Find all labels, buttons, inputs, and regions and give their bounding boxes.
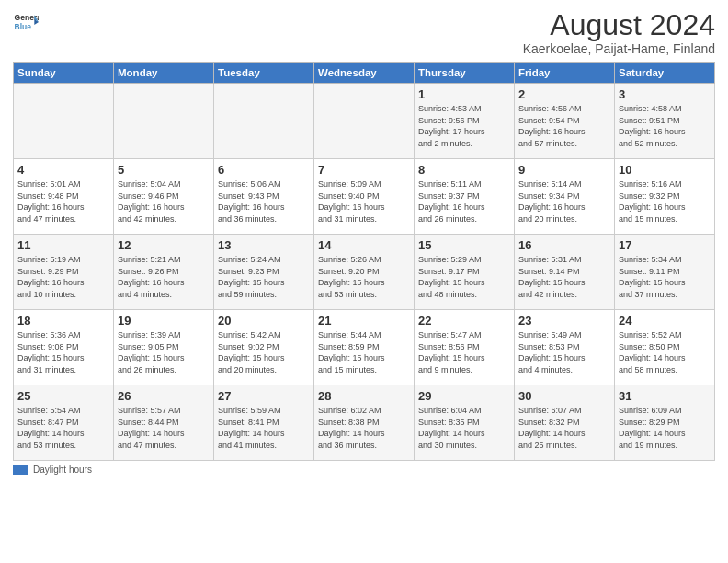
day-info: Sunrise: 5:44 AM Sunset: 8:59 PM Dayligh… [318,329,410,375]
day-info: Sunrise: 5:57 AM Sunset: 8:44 PM Dayligh… [118,405,210,451]
day-number: 16 [518,238,610,252]
day-number: 6 [218,163,310,177]
calendar-cell: 27Sunrise: 5:59 AM Sunset: 8:41 PM Dayli… [214,385,314,461]
calendar-header-wednesday: Wednesday [314,63,415,84]
day-info: Sunrise: 5:31 AM Sunset: 9:14 PM Dayligh… [518,254,610,300]
calendar-cell [114,84,214,159]
logo-icon: General Blue [13,9,39,35]
day-number: 21 [318,314,410,327]
day-number: 27 [218,389,310,403]
day-info: Sunrise: 5:42 AM Sunset: 9:02 PM Dayligh… [218,329,310,375]
day-info: Sunrise: 5:21 AM Sunset: 9:26 PM Dayligh… [118,254,210,300]
calendar-cell: 4Sunrise: 5:01 AM Sunset: 9:48 PM Daylig… [14,159,114,235]
day-info: Sunrise: 5:26 AM Sunset: 9:20 PM Dayligh… [318,254,410,300]
day-number: 2 [518,87,610,101]
day-info: Sunrise: 5:39 AM Sunset: 9:05 PM Dayligh… [118,329,210,375]
day-info: Sunrise: 4:53 AM Sunset: 9:56 PM Dayligh… [418,103,510,149]
day-number: 11 [17,238,109,252]
day-number: 29 [418,389,510,403]
day-number: 28 [318,389,410,403]
day-info: Sunrise: 5:16 AM Sunset: 9:32 PM Dayligh… [619,178,711,224]
calendar-cell: 13Sunrise: 5:24 AM Sunset: 9:23 PM Dayli… [214,235,314,310]
page-subtitle: Kaerkoelae, Paijat-Hame, Finland [523,41,715,56]
legend-label: Daylight hours [33,465,92,475]
day-number: 3 [619,87,711,101]
day-info: Sunrise: 4:58 AM Sunset: 9:51 PM Dayligh… [619,103,711,149]
day-number: 24 [619,314,711,327]
calendar-header-monday: Monday [114,63,214,84]
calendar-week-3: 11Sunrise: 5:19 AM Sunset: 9:29 PM Dayli… [14,235,715,310]
day-info: Sunrise: 5:06 AM Sunset: 9:43 PM Dayligh… [218,178,310,224]
day-number: 5 [118,163,210,177]
day-info: Sunrise: 4:56 AM Sunset: 9:54 PM Dayligh… [518,103,610,149]
page-title: August 2024 [523,9,715,41]
day-info: Sunrise: 5:47 AM Sunset: 8:56 PM Dayligh… [418,329,510,375]
calendar-cell: 14Sunrise: 5:26 AM Sunset: 9:20 PM Dayli… [314,235,415,310]
calendar-cell: 16Sunrise: 5:31 AM Sunset: 9:14 PM Dayli… [515,235,615,310]
calendar-cell [14,84,114,159]
day-number: 25 [17,389,109,403]
calendar-cell: 20Sunrise: 5:42 AM Sunset: 9:02 PM Dayli… [214,310,314,385]
day-info: Sunrise: 6:02 AM Sunset: 8:38 PM Dayligh… [318,405,410,451]
calendar-header-tuesday: Tuesday [214,63,314,84]
day-number: 18 [17,314,109,327]
day-info: Sunrise: 5:24 AM Sunset: 9:23 PM Dayligh… [218,254,310,300]
day-info: Sunrise: 6:07 AM Sunset: 8:32 PM Dayligh… [518,405,610,451]
day-info: Sunrise: 6:09 AM Sunset: 8:29 PM Dayligh… [619,405,711,451]
calendar-cell: 24Sunrise: 5:52 AM Sunset: 8:50 PM Dayli… [615,310,715,385]
calendar-cell: 5Sunrise: 5:04 AM Sunset: 9:46 PM Daylig… [114,159,214,235]
calendar-cell: 17Sunrise: 5:34 AM Sunset: 9:11 PM Dayli… [615,235,715,310]
day-number: 17 [619,238,711,252]
calendar-cell: 11Sunrise: 5:19 AM Sunset: 9:29 PM Dayli… [14,235,114,310]
title-block: August 2024 Kaerkoelae, Paijat-Hame, Fin… [523,9,715,56]
legend-color-box [13,465,28,475]
day-info: Sunrise: 5:49 AM Sunset: 8:53 PM Dayligh… [518,329,610,375]
calendar-header-sunday: Sunday [14,63,114,84]
day-number: 13 [218,238,310,252]
day-info: Sunrise: 5:36 AM Sunset: 9:08 PM Dayligh… [17,329,109,375]
calendar-cell: 21Sunrise: 5:44 AM Sunset: 8:59 PM Dayli… [314,310,415,385]
calendar-table: SundayMondayTuesdayWednesdayThursdayFrid… [13,62,715,461]
calendar-header-thursday: Thursday [415,63,515,84]
calendar-cell: 15Sunrise: 5:29 AM Sunset: 9:17 PM Dayli… [415,235,515,310]
day-number: 7 [318,163,410,177]
day-info: Sunrise: 5:52 AM Sunset: 8:50 PM Dayligh… [619,329,711,375]
day-info: Sunrise: 5:14 AM Sunset: 9:34 PM Dayligh… [518,178,610,224]
day-info: Sunrise: 5:54 AM Sunset: 8:47 PM Dayligh… [17,405,109,451]
calendar-week-5: 25Sunrise: 5:54 AM Sunset: 8:47 PM Dayli… [14,385,715,461]
day-number: 14 [318,238,410,252]
day-number: 12 [118,238,210,252]
calendar-cell [314,84,415,159]
calendar-cell: 30Sunrise: 6:07 AM Sunset: 8:32 PM Dayli… [515,385,615,461]
day-info: Sunrise: 5:09 AM Sunset: 9:40 PM Dayligh… [318,178,410,224]
calendar-cell: 28Sunrise: 6:02 AM Sunset: 8:38 PM Dayli… [314,385,415,461]
day-number: 10 [619,163,711,177]
calendar-cell: 10Sunrise: 5:16 AM Sunset: 9:32 PM Dayli… [615,159,715,235]
calendar-cell: 6Sunrise: 5:06 AM Sunset: 9:43 PM Daylig… [214,159,314,235]
calendar-cell [214,84,314,159]
calendar-cell: 2Sunrise: 4:56 AM Sunset: 9:54 PM Daylig… [515,84,615,159]
calendar-cell: 8Sunrise: 5:11 AM Sunset: 9:37 PM Daylig… [415,159,515,235]
calendar-week-4: 18Sunrise: 5:36 AM Sunset: 9:08 PM Dayli… [14,310,715,385]
calendar-cell: 25Sunrise: 5:54 AM Sunset: 8:47 PM Dayli… [14,385,114,461]
day-info: Sunrise: 5:19 AM Sunset: 9:29 PM Dayligh… [17,254,109,300]
calendar-cell: 31Sunrise: 6:09 AM Sunset: 8:29 PM Dayli… [615,385,715,461]
day-info: Sunrise: 5:04 AM Sunset: 9:46 PM Dayligh… [118,178,210,224]
day-number: 23 [518,314,610,327]
footer: Daylight hours [13,465,715,475]
day-number: 1 [418,87,510,101]
calendar-cell: 26Sunrise: 5:57 AM Sunset: 8:44 PM Dayli… [114,385,214,461]
day-number: 31 [619,389,711,403]
day-info: Sunrise: 6:04 AM Sunset: 8:35 PM Dayligh… [418,405,510,451]
header: General Blue August 2024 Kaerkoelae, Pai… [13,9,715,56]
main-container: General Blue August 2024 Kaerkoelae, Pai… [0,0,728,484]
day-info: Sunrise: 5:34 AM Sunset: 9:11 PM Dayligh… [619,254,711,300]
day-number: 20 [218,314,310,327]
calendar-header-saturday: Saturday [615,63,715,84]
calendar-cell: 1Sunrise: 4:53 AM Sunset: 9:56 PM Daylig… [415,84,515,159]
day-number: 4 [17,163,109,177]
day-number: 26 [118,389,210,403]
day-number: 22 [418,314,510,327]
day-number: 15 [418,238,510,252]
calendar-cell: 3Sunrise: 4:58 AM Sunset: 9:51 PM Daylig… [615,84,715,159]
